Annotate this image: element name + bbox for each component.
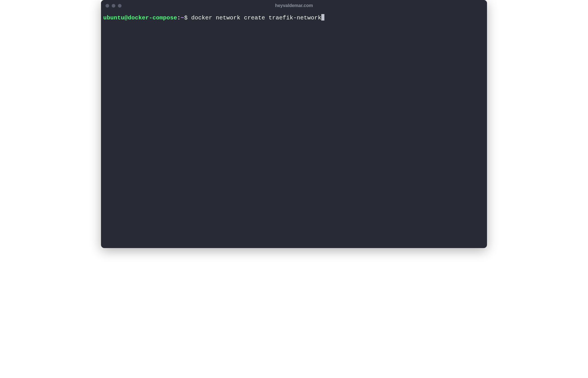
prompt-colon: : [177,14,181,22]
prompt-line: ubuntu@docker-compose:~$ docker network … [103,14,485,22]
prompt-path: ~ [181,14,184,22]
traffic-lights [106,4,122,8]
command-input[interactable]: docker network create traefik-network [191,14,322,22]
prompt-symbol: $ [184,14,191,22]
minimize-button[interactable] [112,4,115,8]
cursor-icon [321,14,324,21]
maximize-button[interactable] [118,4,122,8]
close-button[interactable] [106,4,109,8]
terminal-body[interactable]: ubuntu@docker-compose:~$ docker network … [101,11,487,248]
titlebar[interactable]: heyvaldemar.com [101,0,487,11]
window-title: heyvaldemar.com [275,3,313,8]
prompt-user-host: ubuntu@docker-compose [103,14,177,22]
terminal-window: heyvaldemar.com ubuntu@docker-compose:~$… [101,0,487,248]
